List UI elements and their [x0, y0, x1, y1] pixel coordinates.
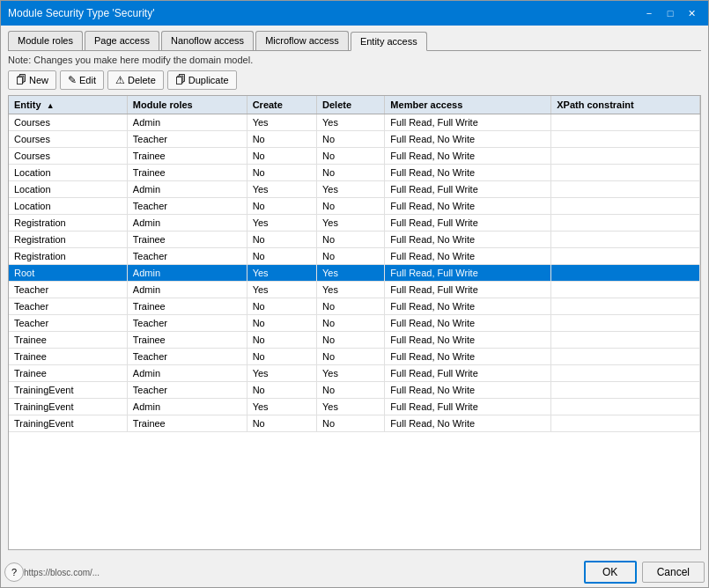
table-cell-entity: Registration	[9, 215, 127, 232]
title-bar: Module Security Type 'Security' − □ ✕	[1, 1, 708, 26]
table-cell-xpath-constraint	[551, 114, 700, 131]
table-cell-create: No	[247, 315, 316, 332]
table-cell-create: Yes	[247, 265, 316, 282]
table-cell-create: Yes	[247, 181, 316, 198]
col-delete[interactable]: Delete	[317, 96, 385, 114]
table-cell-member-access: Full Read, No Write	[385, 315, 551, 332]
main-window: Module Security Type 'Security' − □ ✕ Mo…	[0, 0, 709, 588]
table-cell-module-roles: Teacher	[127, 131, 247, 148]
table-row[interactable]: RegistrationAdminYesYesFull Read, Full W…	[9, 215, 700, 232]
table-cell-create: Yes	[247, 399, 316, 415]
table-row[interactable]: TraineeTeacherNoNoFull Read, No Write	[9, 349, 700, 365]
table-cell-xpath-constraint	[551, 265, 700, 282]
duplicate-button[interactable]: 🗍 Duplicate	[167, 70, 237, 90]
table-cell-xpath-constraint	[551, 248, 700, 265]
col-entity[interactable]: Entity ▲	[9, 96, 127, 114]
table-cell-entity: TrainingEvent	[9, 399, 127, 415]
table-cell-member-access: Full Read, No Write	[385, 165, 551, 181]
bottom-bar: ? https://blosc.com/... OK Cancel	[1, 555, 708, 587]
table-row[interactable]: TeacherAdminYesYesFull Read, Full Write	[9, 282, 700, 298]
table-cell-create: No	[247, 232, 316, 248]
tab-bar: Module roles Page access Nanoflow access…	[8, 31, 701, 51]
tab-microflow-access[interactable]: Microflow access	[255, 31, 349, 50]
col-member-access[interactable]: Member access	[385, 96, 551, 114]
table-cell-module-roles: Admin	[127, 215, 247, 232]
table-container[interactable]: Entity ▲ Module roles Create Delete Memb…	[8, 95, 701, 550]
ok-button[interactable]: OK	[584, 561, 637, 584]
edit-button[interactable]: ✎ Edit	[60, 70, 104, 90]
minimize-button[interactable]: −	[639, 4, 659, 22]
table-row[interactable]: TraineeAdminYesYesFull Read, Full Write	[9, 365, 700, 382]
table-cell-delete: No	[317, 165, 385, 181]
table-row[interactable]: LocationTraineeNoNoFull Read, No Write	[9, 165, 700, 181]
table-row[interactable]: CoursesTeacherNoNoFull Read, No Write	[9, 131, 700, 148]
title-controls: − □ ✕	[639, 4, 701, 22]
table-cell-xpath-constraint	[551, 232, 700, 248]
table-cell-member-access: Full Read, No Write	[385, 248, 551, 265]
table-row[interactable]: RegistrationTraineeNoNoFull Read, No Wri…	[9, 232, 700, 248]
table-cell-create: No	[247, 248, 316, 265]
table-cell-module-roles: Trainee	[127, 148, 247, 165]
maximize-button[interactable]: □	[661, 4, 680, 22]
table-row[interactable]: TrainingEventTeacherNoNoFull Read, No Wr…	[9, 382, 700, 399]
new-button[interactable]: 🗍 New	[8, 70, 56, 90]
table-row[interactable]: TrainingEventTraineeNoNoFull Read, No Wr…	[9, 415, 700, 432]
table-cell-member-access: Full Read, Full Write	[385, 282, 551, 298]
table-row[interactable]: TeacherTeacherNoNoFull Read, No Write	[9, 315, 700, 332]
table-header-row: Entity ▲ Module roles Create Delete Memb…	[9, 96, 700, 114]
table-row[interactable]: RegistrationTeacherNoNoFull Read, No Wri…	[9, 248, 700, 265]
table-row[interactable]: LocationTeacherNoNoFull Read, No Write	[9, 198, 700, 215]
table-cell-create: No	[247, 165, 316, 181]
table-cell-xpath-constraint	[551, 298, 700, 315]
table-cell-entity: Courses	[9, 114, 127, 131]
table-cell-xpath-constraint	[551, 181, 700, 198]
duplicate-icon: 🗍	[175, 74, 186, 86]
content-area: Module roles Page access Nanoflow access…	[1, 26, 708, 555]
table-cell-xpath-constraint	[551, 399, 700, 415]
table-row[interactable]: TrainingEventAdminYesYesFull Read, Full …	[9, 399, 700, 415]
delete-label: Delete	[128, 75, 156, 85]
table-cell-delete: No	[317, 415, 385, 432]
table-cell-delete: Yes	[317, 365, 385, 382]
col-module-roles[interactable]: Module roles	[127, 96, 247, 114]
table-cell-entity: Registration	[9, 248, 127, 265]
table-cell-module-roles: Admin	[127, 265, 247, 282]
table-row[interactable]: TeacherTraineeNoNoFull Read, No Write	[9, 298, 700, 315]
table-cell-module-roles: Trainee	[127, 298, 247, 315]
delete-button[interactable]: ⚠ Delete	[107, 70, 164, 90]
col-xpath[interactable]: XPath constraint	[551, 96, 700, 114]
col-create[interactable]: Create	[247, 96, 316, 114]
toolbar: 🗍 New ✎ Edit ⚠ Delete 🗍 Duplicate	[8, 70, 701, 90]
tab-page-access[interactable]: Page access	[85, 31, 159, 50]
table-cell-create: Yes	[247, 282, 316, 298]
table-cell-delete: No	[317, 315, 385, 332]
table-cell-delete: No	[317, 382, 385, 399]
table-row[interactable]: CoursesAdminYesYesFull Read, Full Write	[9, 114, 700, 131]
close-button[interactable]: ✕	[682, 4, 701, 22]
table-cell-delete: No	[317, 349, 385, 365]
table-cell-entity: TrainingEvent	[9, 415, 127, 432]
table-cell-create: No	[247, 198, 316, 215]
table-cell-xpath-constraint	[551, 349, 700, 365]
table-cell-delete: Yes	[317, 114, 385, 131]
table-row[interactable]: CoursesTraineeNoNoFull Read, No Write	[9, 148, 700, 165]
tab-nanoflow-access[interactable]: Nanoflow access	[161, 31, 254, 50]
table-cell-member-access: Full Read, No Write	[385, 198, 551, 215]
url-text: https://blosc.com/...	[24, 568, 100, 577]
table-cell-create: No	[247, 382, 316, 399]
table-cell-member-access: Full Read, No Write	[385, 332, 551, 349]
table-cell-entity: Location	[9, 181, 127, 198]
table-cell-module-roles: Teacher	[127, 198, 247, 215]
table-cell-xpath-constraint	[551, 165, 700, 181]
tab-entity-access[interactable]: Entity access	[351, 32, 427, 51]
table-cell-delete: No	[317, 332, 385, 349]
table-row[interactable]: LocationAdminYesYesFull Read, Full Write	[9, 181, 700, 198]
tab-module-roles[interactable]: Module roles	[8, 31, 83, 50]
table-cell-module-roles: Admin	[127, 365, 247, 382]
table-row[interactable]: TraineeTraineeNoNoFull Read, No Write	[9, 332, 700, 349]
cancel-button[interactable]: Cancel	[642, 562, 705, 583]
table-cell-entity: Teacher	[9, 315, 127, 332]
help-button[interactable]: ?	[4, 562, 24, 582]
table-cell-module-roles: Teacher	[127, 315, 247, 332]
table-row[interactable]: RootAdminYesYesFull Read, Full Write	[9, 265, 700, 282]
